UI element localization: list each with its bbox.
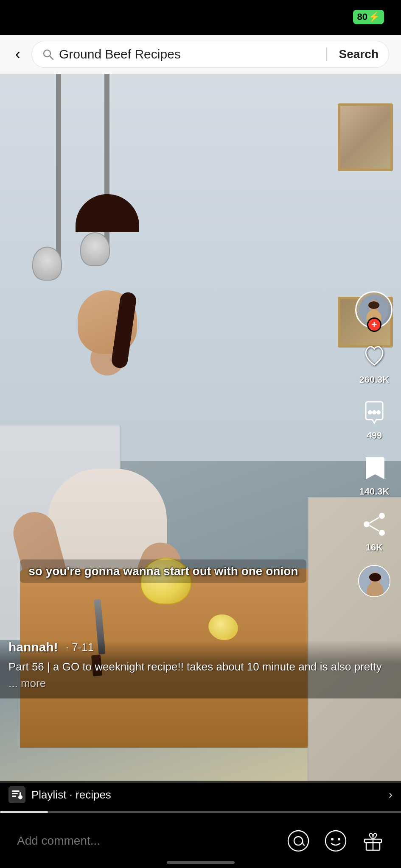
svg-point-7 xyxy=(372,410,376,415)
svg-rect-22 xyxy=(20,792,21,797)
gift-icon xyxy=(362,830,384,852)
at-icon xyxy=(287,830,309,852)
search-button[interactable]: Search xyxy=(339,47,379,61)
comment-button[interactable]: 499 xyxy=(359,397,390,441)
status-time: 2:12 🛏 xyxy=(17,8,68,26)
right-action-panel: + 260.3K 499 xyxy=(355,291,393,597)
like-count: 260.3K xyxy=(359,374,390,385)
at-mention-button[interactable] xyxy=(287,830,309,852)
battery-indicator: 80⚡ xyxy=(353,10,384,24)
signal-icon xyxy=(311,11,327,22)
share-button[interactable]: 16K xyxy=(359,509,390,553)
comment-svg xyxy=(362,400,387,425)
search-bar: ‹ Search xyxy=(0,35,401,74)
picture-frame-top xyxy=(338,103,393,171)
video-caption: so you're gonna wanna start out with one… xyxy=(20,559,321,583)
status-icons: 80⚡ xyxy=(311,10,384,24)
comment-count: 499 xyxy=(367,430,382,441)
svg-rect-19 xyxy=(12,793,18,794)
bookmark-count: 140.3K xyxy=(359,486,390,497)
svg-rect-20 xyxy=(12,796,16,797)
svg-line-12 xyxy=(370,517,379,523)
share-count: 16K xyxy=(366,542,383,553)
status-bar: 2:12 🛏 80⚡ xyxy=(0,0,401,34)
username[interactable]: hannah! xyxy=(8,640,58,654)
follow-button[interactable]: + xyxy=(367,317,381,332)
playlist-chevron: › xyxy=(389,788,393,801)
emoji-icon xyxy=(325,830,347,852)
svg-point-5 xyxy=(368,301,379,309)
playlist-icon xyxy=(8,786,25,803)
svg-point-17 xyxy=(369,573,381,581)
svg-point-24 xyxy=(294,837,303,845)
playlist-svg xyxy=(11,789,23,801)
home-indicator xyxy=(167,861,235,864)
svg-point-27 xyxy=(338,838,340,840)
pendant-cord-left xyxy=(56,68,61,268)
svg-point-23 xyxy=(288,831,308,851)
search-input[interactable] xyxy=(59,47,314,61)
bed-icon: 🛏 xyxy=(53,8,68,26)
post-description: Part 56 | a GO to weeknight recipe!! tak… xyxy=(8,659,393,692)
comment-icon xyxy=(359,397,390,428)
bookmark-button[interactable]: 140.3K xyxy=(359,453,390,497)
svg-point-11 xyxy=(364,521,370,527)
post-date: · 7-11 xyxy=(66,641,94,654)
mini-avatar-svg xyxy=(359,566,390,597)
back-button[interactable]: ‹ xyxy=(12,44,24,65)
share-icon xyxy=(359,509,390,540)
svg-point-9 xyxy=(379,513,385,519)
svg-point-6 xyxy=(368,410,372,415)
caption-text: so you're gonna wanna start out with one… xyxy=(20,559,306,583)
svg-line-1 xyxy=(50,56,53,59)
svg-point-8 xyxy=(376,410,381,415)
playlist-bar[interactable]: Playlist · recipes › xyxy=(0,781,401,809)
video-player[interactable]: so you're gonna wanna start out with one… xyxy=(0,68,401,783)
post-info: hannah! · 7-11 Part 56 | a GO to weeknig… xyxy=(0,640,401,698)
description-text: Part 56 | a GO to weeknight recipe!! tak… xyxy=(8,660,382,690)
wifi-icon xyxy=(333,10,347,24)
playlist-label: Playlist · recipes xyxy=(31,788,389,801)
creator-avatar[interactable]: + xyxy=(355,291,393,329)
username-row: hannah! · 7-11 xyxy=(8,640,393,654)
like-button[interactable]: 260.3K xyxy=(359,341,390,385)
svg-point-26 xyxy=(331,838,334,840)
gift-button[interactable] xyxy=(362,830,384,852)
emoji-button[interactable] xyxy=(325,830,347,852)
heart-svg xyxy=(362,344,387,369)
pendant-lamp-right xyxy=(80,232,110,266)
search-divider xyxy=(326,47,327,61)
search-input-wrapper[interactable]: Search xyxy=(31,41,389,68)
heart-icon xyxy=(359,341,390,372)
toolbar-icons xyxy=(287,830,384,852)
bookmark-svg xyxy=(362,456,386,481)
pendant-lamp-left xyxy=(32,247,62,281)
svg-point-25 xyxy=(325,831,346,851)
svg-line-13 xyxy=(370,526,379,531)
svg-point-10 xyxy=(379,530,385,536)
search-icon xyxy=(42,48,54,60)
bookmark-icon xyxy=(359,453,390,484)
share-svg xyxy=(362,512,387,537)
time-display: 2:12 xyxy=(17,8,48,26)
mini-avatar[interactable] xyxy=(358,565,390,597)
bottom-toolbar xyxy=(0,813,401,868)
comment-input[interactable] xyxy=(17,834,287,848)
svg-rect-18 xyxy=(12,790,20,792)
more-button[interactable]: more xyxy=(21,677,46,690)
